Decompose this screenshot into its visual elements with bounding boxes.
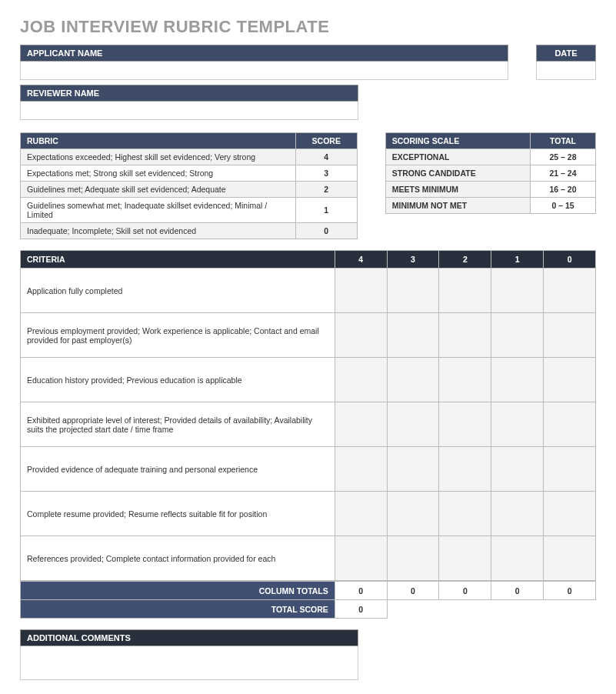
criteria-text: Provided evidence of adequate training a…	[21, 447, 335, 492]
applicant-name-input[interactable]	[20, 62, 508, 80]
criteria-col-3: 3	[387, 251, 439, 269]
table-row: EXCEPTIONAL25 – 28	[385, 149, 595, 165]
table-row: Guidelines met; Adequate skill set evide…	[21, 182, 358, 198]
rubric-desc: Inadequate; Incomplete; Skill set not ev…	[21, 223, 296, 239]
table-row: Guidelines somewhat met; Inadequate skil…	[21, 198, 358, 223]
scale-label: EXCEPTIONAL	[385, 149, 530, 165]
score-cell[interactable]	[491, 402, 544, 447]
scale-label: STRONG CANDIDATE	[385, 165, 530, 182]
column-totals-label: COLUMN TOTALS	[21, 582, 335, 600]
score-cell[interactable]	[335, 313, 387, 358]
table-row: Inadequate; Incomplete; Skill set not ev…	[21, 223, 358, 239]
criteria-text: References provided; Complete contact in…	[21, 536, 335, 581]
score-cell[interactable]	[439, 269, 491, 313]
rubric-score: 2	[295, 182, 357, 198]
score-cell[interactable]	[439, 358, 491, 402]
applicant-name-header: APPLICANT NAME	[20, 45, 508, 62]
reviewer-name-header: REVIEWER NAME	[20, 85, 358, 102]
col-total: 0	[439, 582, 491, 600]
score-cell[interactable]	[544, 447, 596, 492]
criteria-table: CRITERIA 4 3 2 1 0 Application fully com…	[20, 250, 596, 581]
rubric-score: 4	[295, 149, 357, 165]
score-cell[interactable]	[335, 269, 387, 313]
score-cell[interactable]	[439, 536, 491, 581]
col-total: 0	[335, 582, 387, 600]
col-total: 0	[491, 582, 544, 600]
rubric-desc: Guidelines somewhat met; Inadequate skil…	[21, 198, 296, 223]
score-cell[interactable]	[335, 536, 387, 581]
rubric-header: RUBRIC	[21, 133, 296, 149]
rubric-desc: Expectations met; Strong skill set evide…	[21, 165, 296, 182]
table-row: MEETS MINIMUM16 – 20	[385, 182, 595, 198]
table-row: Exhibited appropriate level of interest;…	[21, 402, 596, 447]
score-cell[interactable]	[491, 313, 544, 358]
score-cell[interactable]	[491, 492, 544, 536]
score-cell[interactable]	[439, 313, 491, 358]
table-row: Provided evidence of adequate training a…	[21, 447, 596, 492]
score-cell[interactable]	[335, 358, 387, 402]
score-cell[interactable]	[439, 447, 491, 492]
score-cell[interactable]	[544, 313, 596, 358]
score-cell[interactable]	[491, 358, 544, 402]
total-score-value: 0	[335, 600, 387, 619]
criteria-col-4: 4	[335, 251, 387, 269]
score-cell[interactable]	[335, 447, 387, 492]
score-header: SCORE	[295, 133, 357, 149]
score-cell[interactable]	[544, 536, 596, 581]
page-title: JOB INTERVIEW RUBRIC TEMPLATE	[20, 17, 596, 37]
totals-table: COLUMN TOTALS 0 0 0 0 0 TOTAL SCORE 0	[20, 581, 596, 619]
criteria-col-1: 1	[491, 251, 544, 269]
scale-range: 0 – 15	[531, 198, 596, 214]
reviewer-name-input[interactable]	[20, 102, 358, 120]
score-cell[interactable]	[439, 402, 491, 447]
criteria-text: Education history provided; Previous edu…	[21, 358, 335, 402]
criteria-text: Exhibited appropriate level of interest;…	[21, 402, 335, 447]
table-row: Expectations met; Strong skill set evide…	[21, 165, 358, 182]
criteria-col-0: 0	[544, 251, 596, 269]
scale-label: MEETS MINIMUM	[385, 182, 530, 198]
col-total: 0	[544, 582, 596, 600]
score-cell[interactable]	[387, 402, 439, 447]
table-row: References provided; Complete contact in…	[21, 536, 596, 581]
table-row: MINIMUM NOT MET0 – 15	[385, 198, 595, 214]
score-cell[interactable]	[387, 358, 439, 402]
score-cell[interactable]	[387, 492, 439, 536]
date-input[interactable]	[536, 62, 596, 80]
col-total: 0	[387, 582, 439, 600]
additional-comments-input[interactable]	[20, 646, 358, 680]
table-row: Education history provided; Previous edu…	[21, 358, 596, 402]
rubric-score: 0	[295, 223, 357, 239]
score-cell[interactable]	[491, 536, 544, 581]
rubric-score: 3	[295, 165, 357, 182]
score-cell[interactable]	[544, 492, 596, 536]
table-row: STRONG CANDIDATE21 – 24	[385, 165, 595, 182]
scoring-scale-header: SCORING SCALE	[385, 133, 530, 149]
score-cell[interactable]	[387, 269, 439, 313]
scale-range: 21 – 24	[531, 165, 596, 182]
score-cell[interactable]	[335, 492, 387, 536]
table-row: Expectations exceeded; Highest skill set…	[21, 149, 358, 165]
score-cell[interactable]	[387, 536, 439, 581]
scale-range: 16 – 20	[531, 182, 596, 198]
score-cell[interactable]	[491, 269, 544, 313]
scale-range: 25 – 28	[531, 149, 596, 165]
score-cell[interactable]	[335, 402, 387, 447]
rubric-score: 1	[295, 198, 357, 223]
table-row: Application fully completed	[21, 269, 596, 313]
additional-comments-header: ADDITIONAL COMMENTS	[20, 629, 358, 646]
score-cell[interactable]	[544, 269, 596, 313]
rubric-desc: Guidelines met; Adequate skill set evide…	[21, 182, 296, 198]
score-cell[interactable]	[387, 447, 439, 492]
total-score-label: TOTAL SCORE	[21, 600, 335, 619]
criteria-text: Application fully completed	[21, 269, 335, 313]
rubric-table: RUBRIC SCORE Expectations exceeded; High…	[20, 132, 358, 239]
score-cell[interactable]	[544, 358, 596, 402]
score-cell[interactable]	[387, 313, 439, 358]
score-cell[interactable]	[491, 447, 544, 492]
score-cell[interactable]	[544, 402, 596, 447]
date-header: DATE	[536, 45, 596, 62]
rubric-desc: Expectations exceeded; Highest skill set…	[21, 149, 296, 165]
criteria-text: Previous employment provided; Work exper…	[21, 313, 335, 358]
score-cell[interactable]	[439, 492, 491, 536]
table-row: Complete resume provided; Resume reflect…	[21, 492, 596, 536]
